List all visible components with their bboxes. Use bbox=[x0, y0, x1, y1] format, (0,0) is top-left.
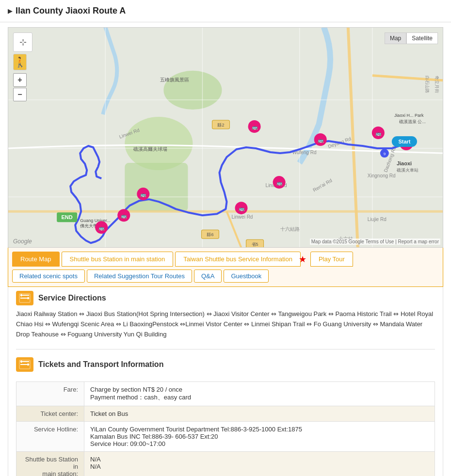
svg-text:🚌: 🚌 bbox=[239, 206, 245, 212]
fare-label: Fare: bbox=[16, 382, 84, 406]
svg-text:9: 9 bbox=[384, 152, 386, 156]
content-area: Service Directions Jiaoxi Railway Statio… bbox=[8, 287, 443, 476]
svg-text:Jiaoxi H... Park: Jiaoxi H... Park bbox=[394, 113, 424, 118]
page-wrapper: ▶ Ilan County Jiaoxi Route A bbox=[0, 0, 451, 476]
svg-text:礁溪溫泉 公...: 礁溪溫泉 公... bbox=[399, 119, 426, 124]
service-directions-icon bbox=[16, 291, 33, 305]
street-view-control[interactable]: 🚶 bbox=[13, 54, 27, 70]
tab-play-tour[interactable]: Play Tour bbox=[310, 252, 353, 267]
svg-text:縣6: 縣6 bbox=[207, 232, 213, 237]
service-directions-title-row: Service Directions bbox=[16, 291, 435, 305]
svg-text:🚌: 🚌 bbox=[252, 124, 258, 130]
tab-related-suggestion[interactable]: Related Suggestion Tour Routes bbox=[87, 270, 192, 283]
svg-text:END: END bbox=[62, 214, 73, 220]
section-divider bbox=[16, 349, 435, 349]
svg-text:Start: Start bbox=[398, 139, 410, 144]
ticket-label: Ticket center: bbox=[16, 406, 84, 422]
tab-related-scenic-spots[interactable]: Related scenic spots bbox=[12, 270, 85, 283]
svg-text:🚌: 🚌 bbox=[98, 225, 105, 231]
service-directions-body: Jiaoxi Railway Station ⇔ Jiaoxi Bus Stat… bbox=[16, 309, 435, 339]
svg-text:省5: 省5 bbox=[252, 242, 258, 247]
tab-guestbook[interactable]: Guestbook bbox=[224, 270, 269, 283]
svg-text:🚌: 🚌 bbox=[140, 191, 146, 198]
map-type-map-button[interactable]: Map bbox=[385, 32, 406, 44]
svg-text:Xingnong Rd: Xingnong Rd bbox=[368, 173, 396, 178]
svg-text:Jiaoxi: Jiaoxi bbox=[397, 160, 412, 166]
table-row-shuttle-station: Shuttle bus Station in main station: N/A… bbox=[16, 452, 435, 476]
svg-text:Guang Univer...: Guang Univer... bbox=[80, 218, 111, 223]
tickets-transport-icon bbox=[16, 357, 33, 372]
google-logo: Google bbox=[13, 238, 32, 245]
svg-text:🚌: 🚌 bbox=[318, 137, 324, 143]
tabs-section: Route Map Shuttle bus Station in main st… bbox=[8, 248, 443, 287]
zoom-out-button[interactable]: − bbox=[13, 88, 27, 101]
fare-value: Charge by section NT$ 20 / once Payment … bbox=[84, 382, 435, 406]
svg-text:奇立月街: 奇立月街 bbox=[435, 76, 439, 93]
svg-text:佛光大學: 佛光大學 bbox=[80, 223, 97, 228]
page-title: Ilan County Jiaoxi Route A bbox=[16, 6, 126, 16]
info-table: Fare: Charge by section NT$ 20 / once Pa… bbox=[16, 381, 435, 476]
map-type-satellite-button[interactable]: Satellite bbox=[406, 32, 438, 44]
tab-qanda[interactable]: Q&A bbox=[194, 270, 222, 283]
map-container[interactable]: 縣2 縣6 省5 Linwei Rd Wufeng Rd Deyang Rd L… bbox=[8, 27, 443, 248]
table-row-fare: Fare: Charge by section NT$ 20 / once Pa… bbox=[16, 382, 435, 406]
star-icon: ★ bbox=[299, 254, 306, 265]
svg-point-1 bbox=[163, 71, 222, 110]
map-svg: 縣2 縣6 省5 Linwei Rd Wufeng Rd Deyang Rd L… bbox=[8, 28, 443, 247]
svg-text:🚌: 🚌 bbox=[375, 130, 382, 137]
svg-text:十六結路: 十六結路 bbox=[280, 226, 300, 232]
zoom-in-button[interactable]: + bbox=[13, 73, 27, 87]
tabs-row-2: Related scenic spots Related Suggestion … bbox=[8, 267, 443, 286]
svg-text:Linwei Rd: Linwei Rd bbox=[232, 214, 253, 220]
table-row-hotline: Service Hotline: YiLan County Government… bbox=[16, 422, 435, 452]
hotline-label: Service Hotline: bbox=[16, 422, 84, 452]
svg-text:🚌: 🚌 bbox=[121, 213, 127, 219]
svg-text:五峰旗風景區: 五峰旗風景區 bbox=[160, 77, 189, 82]
tabs-row-1: Route Map Shuttle bus Station in main st… bbox=[8, 248, 443, 267]
service-directions-block: Service Directions Jiaoxi Railway Statio… bbox=[8, 287, 443, 345]
ticket-value: Ticket on Bus bbox=[84, 406, 435, 422]
svg-text:縣2: 縣2 bbox=[217, 123, 224, 127]
map-controls: ⊹ 🚶 + − bbox=[13, 32, 32, 102]
tickets-transport-title-row: Tickets and Transport Information bbox=[16, 357, 435, 372]
service-directions-title: Service Directions bbox=[38, 294, 106, 302]
table-row-ticket: Ticket center: Ticket on Bus bbox=[16, 406, 435, 422]
svg-text:🚌: 🚌 bbox=[276, 180, 283, 186]
page-header: ▶ Ilan County Jiaoxi Route A bbox=[0, 0, 451, 22]
tickets-transport-block: Tickets and Transport Information bbox=[8, 353, 443, 381]
tab-taiwan-shuttle[interactable]: Taiwan Shuttle bus Service Information bbox=[175, 252, 301, 267]
map-footer: Map data ©2015 Google Terms of Use | Rep… bbox=[310, 238, 440, 245]
map-wrapper: 縣2 縣6 省5 Linwei Rd Wufeng Rd Deyang Rd L… bbox=[8, 27, 443, 248]
tab-route-map[interactable]: Route Map bbox=[12, 252, 60, 267]
svg-text:Liujie Rd: Liujie Rd bbox=[368, 217, 387, 222]
nav-control[interactable]: ⊹ bbox=[13, 32, 32, 52]
svg-point-2 bbox=[125, 117, 193, 170]
svg-text:礁溪高爾夫球場: 礁溪高爾夫球場 bbox=[133, 146, 167, 152]
map-type-controls: Map Satellite bbox=[385, 32, 438, 44]
svg-text:白石山路: 白石山路 bbox=[425, 76, 430, 93]
hotline-value: YiLan County Government Tourist Departme… bbox=[84, 422, 435, 452]
svg-text:礁溪火車站: 礁溪火車站 bbox=[396, 168, 419, 173]
tickets-transport-title: Tickets and Transport Information bbox=[38, 360, 163, 369]
shuttle-station-value: N/A N/A bbox=[84, 452, 435, 476]
tab-shuttle-bus-station[interactable]: Shuttle bus Station in main station bbox=[62, 252, 174, 267]
breadcrumb-arrow: ▶ bbox=[8, 7, 13, 15]
shuttle-station-label: Shuttle bus Station in main station: bbox=[16, 452, 84, 476]
